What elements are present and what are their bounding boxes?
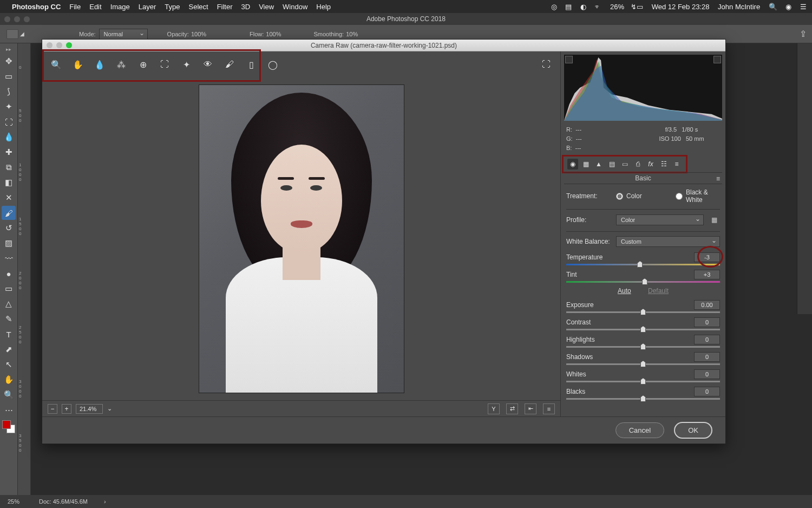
tab-split[interactable]: ▭ bbox=[619, 159, 630, 170]
cr-zoom-tool[interactable]: 🔍 bbox=[50, 58, 63, 71]
tab-detail[interactable]: ▲ bbox=[593, 159, 604, 170]
cancel-button[interactable]: Cancel bbox=[615, 422, 664, 438]
crosshair-tool[interactable]: ✕ bbox=[2, 191, 16, 205]
eyedropper-tool[interactable]: 💧 bbox=[2, 130, 16, 144]
zoom-value[interactable]: 21.4% bbox=[76, 404, 103, 414]
brush-tool[interactable]: 🖌 bbox=[2, 206, 16, 220]
treatment-bw-radio[interactable]: Black & White bbox=[676, 188, 725, 204]
tab-lens[interactable]: ⎙ bbox=[632, 159, 643, 170]
tint-value[interactable] bbox=[694, 270, 720, 279]
profile-browser-icon[interactable]: ▦ bbox=[708, 214, 720, 226]
cr-transform-tool[interactable]: ⛶ bbox=[158, 58, 171, 71]
menu-image[interactable]: Image bbox=[110, 3, 130, 11]
selection-tool[interactable]: ↖ bbox=[2, 357, 16, 372]
opacity-value[interactable]: 100% bbox=[191, 31, 206, 37]
move-tool[interactable]: ✥ bbox=[2, 54, 16, 68]
zoom-out-button[interactable]: − bbox=[48, 404, 57, 414]
siri-icon[interactable]: ◉ bbox=[785, 3, 791, 11]
brush-preset-picker[interactable] bbox=[6, 29, 18, 39]
share-icon[interactable]: ⇪ bbox=[800, 29, 807, 39]
cr-brush-tool[interactable]: 🖌 bbox=[223, 58, 236, 71]
exposure-value[interactable] bbox=[694, 300, 720, 310]
profile-select[interactable]: Color bbox=[616, 214, 704, 225]
whites-slider[interactable] bbox=[566, 381, 720, 382]
contrast-value[interactable] bbox=[694, 317, 720, 327]
menu-edit[interactable]: Edit bbox=[89, 3, 101, 11]
maximize-icon[interactable] bbox=[66, 42, 72, 48]
flow-value[interactable]: 100% bbox=[266, 31, 281, 37]
gradient-tool[interactable]: ▨ bbox=[2, 236, 16, 250]
cr-hand-tool[interactable]: ✋ bbox=[71, 58, 84, 71]
more-tools[interactable]: ⋯ bbox=[2, 403, 16, 417]
menu-help[interactable]: Help bbox=[316, 3, 331, 11]
minimize-icon[interactable] bbox=[56, 42, 62, 48]
menu-type[interactable]: Type bbox=[165, 3, 180, 11]
ok-button[interactable]: OK bbox=[674, 422, 712, 439]
sync-icon[interactable]: ◐ bbox=[580, 3, 586, 11]
hand-tool[interactable]: ✋ bbox=[2, 373, 16, 387]
battery-icon[interactable]: ↯▭ bbox=[631, 3, 643, 11]
close-icon[interactable] bbox=[47, 42, 53, 48]
smoothing-value[interactable]: 10% bbox=[346, 31, 358, 37]
status-doc[interactable]: Doc: 45.6M/45.6M bbox=[39, 498, 88, 505]
tint-slider[interactable] bbox=[566, 281, 720, 283]
basic-panel[interactable]: Treatment: Color Black & White Profile: … bbox=[561, 184, 725, 416]
histogram[interactable] bbox=[564, 55, 722, 121]
list-icon[interactable]: ☰ bbox=[800, 3, 807, 11]
zoom-in-button[interactable]: + bbox=[62, 404, 71, 414]
tab-basic[interactable]: ◉ bbox=[567, 159, 578, 170]
temperature-slider[interactable] bbox=[566, 264, 720, 265]
tab-hsl[interactable]: ▤ bbox=[606, 159, 617, 170]
triangle-tool[interactable]: △ bbox=[2, 297, 16, 311]
blur-tool[interactable]: 〰 bbox=[2, 251, 16, 265]
cr-radial-filter-tool[interactable]: ◯ bbox=[266, 58, 279, 71]
wifi-icon[interactable]: ᯤ bbox=[594, 3, 601, 11]
cr-wb-eyedropper-tool[interactable]: 💧 bbox=[93, 58, 106, 71]
swap-button[interactable]: ⇄ bbox=[506, 403, 518, 414]
type-tool[interactable]: T bbox=[2, 327, 16, 341]
treatment-color-radio[interactable]: Color bbox=[616, 192, 666, 200]
eraser-tool[interactable]: ◧ bbox=[2, 175, 16, 190]
auto-link[interactable]: Auto bbox=[618, 287, 631, 295]
highlight-clip-icon[interactable] bbox=[713, 56, 721, 63]
marquee-tool[interactable]: ▭ bbox=[2, 69, 16, 83]
blacks-slider[interactable] bbox=[566, 398, 720, 400]
wand-tool[interactable]: ✦ bbox=[2, 100, 16, 114]
cr-color-sampler-tool[interactable]: ⁂ bbox=[115, 58, 128, 71]
shadows-value[interactable] bbox=[694, 352, 720, 362]
menu-filter[interactable]: Filter bbox=[217, 3, 233, 11]
highlights-slider[interactable] bbox=[566, 346, 720, 348]
preview-prefs-button[interactable]: ≡ bbox=[543, 403, 555, 414]
menu-layer[interactable]: Layer bbox=[139, 3, 156, 11]
cr-graduated-filter-tool[interactable]: ▯ bbox=[245, 58, 258, 71]
tab-calib[interactable]: ☷ bbox=[658, 159, 669, 170]
panel-menu-icon[interactable]: ≡ bbox=[716, 175, 720, 183]
color-swatches[interactable] bbox=[2, 420, 15, 433]
clone-tool[interactable]: ⧉ bbox=[2, 160, 16, 174]
healing-tool[interactable]: ✚ bbox=[2, 145, 16, 159]
cr-fullscreen-icon[interactable]: ⛶ bbox=[540, 58, 553, 71]
zoom-tool[interactable]: 🔍 bbox=[2, 388, 16, 402]
history-brush-tool[interactable]: ↺ bbox=[2, 221, 16, 235]
zoom-dropdown-icon[interactable]: ⌄ bbox=[107, 405, 112, 412]
menu-file[interactable]: File bbox=[69, 3, 81, 11]
right-dock-collapsed[interactable] bbox=[797, 43, 812, 314]
cc-status-icon[interactable]: ◎ bbox=[551, 3, 557, 11]
app-name[interactable]: Photoshop CC bbox=[12, 3, 61, 11]
path-tool[interactable]: ⬈ bbox=[2, 342, 16, 356]
lasso-tool[interactable]: ⟆ bbox=[2, 84, 16, 99]
cr-redeye-tool[interactable]: 👁 bbox=[201, 58, 214, 71]
rect-tool[interactable]: ▭ bbox=[2, 282, 16, 296]
cr-spot-removal-tool[interactable]: ✦ bbox=[180, 58, 193, 71]
mode-select[interactable]: Normal bbox=[99, 29, 148, 40]
temperature-value[interactable] bbox=[694, 252, 720, 262]
tab-fx[interactable]: fx bbox=[645, 159, 656, 170]
menu-3d[interactable]: 3D bbox=[241, 3, 251, 11]
spotlight-icon[interactable]: 🔍 bbox=[769, 3, 777, 11]
tab-presets[interactable]: ≡ bbox=[671, 159, 682, 170]
tab-curve[interactable]: ▦ bbox=[580, 159, 591, 170]
status-zoom[interactable]: 25% bbox=[8, 498, 19, 505]
contrast-slider[interactable] bbox=[566, 329, 720, 330]
status-chevron-icon[interactable]: › bbox=[104, 498, 106, 505]
pen-tool[interactable]: ✎ bbox=[2, 312, 16, 326]
